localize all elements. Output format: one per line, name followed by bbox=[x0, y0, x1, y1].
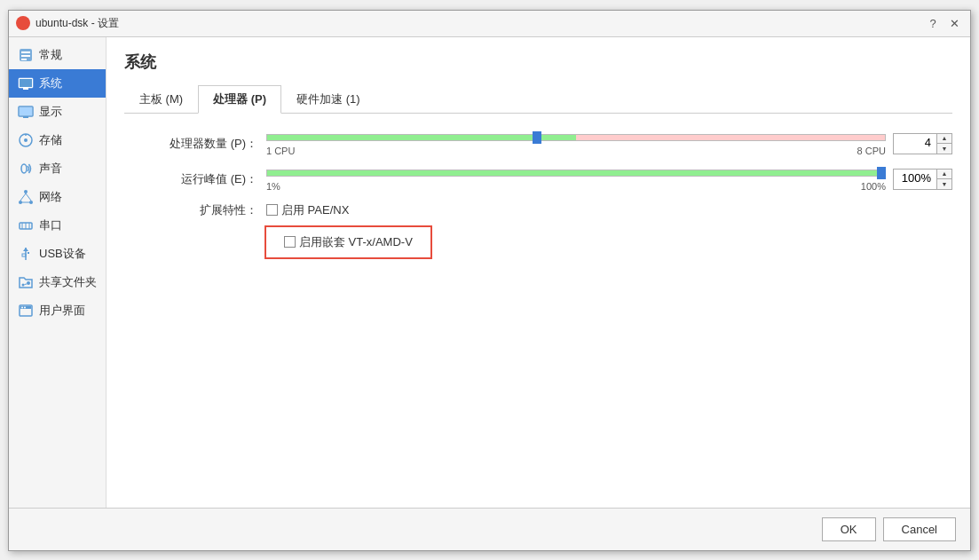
processor-count-max-label: 8 CPU bbox=[857, 146, 886, 156]
sidebar-item-usb[interactable]: USB设备 bbox=[9, 240, 106, 268]
svg-line-31 bbox=[25, 284, 28, 285]
network-icon bbox=[18, 189, 34, 205]
svg-rect-1 bbox=[21, 51, 30, 53]
title-bar: ubuntu-dsk - 设置 ? ✕ bbox=[9, 11, 970, 37]
main-window: ubuntu-dsk - 设置 ? ✕ 常规 bbox=[8, 10, 971, 551]
sidebar-label-serial: 串口 bbox=[39, 217, 62, 233]
processor-count-up[interactable]: ▲ bbox=[937, 134, 951, 144]
sidebar-item-system[interactable]: 系统 bbox=[9, 69, 106, 98]
exec-cap-max-label: 100% bbox=[861, 181, 886, 192]
svg-point-35 bbox=[24, 306, 26, 308]
nested-vtx-checkbox-box bbox=[284, 236, 296, 248]
svg-rect-9 bbox=[23, 116, 28, 118]
sidebar-label-audio: 声音 bbox=[39, 161, 62, 177]
sidebar-label-system: 系统 bbox=[39, 75, 62, 91]
svg-rect-6 bbox=[23, 88, 28, 90]
svg-point-30 bbox=[22, 283, 25, 286]
tab-processor[interactable]: 处理器 (P) bbox=[198, 85, 281, 114]
window-title: ubuntu-dsk - 设置 bbox=[36, 16, 119, 31]
sidebar: 常规 系统 显示 bbox=[9, 37, 107, 508]
tab-acceleration[interactable]: 硬件加速 (1) bbox=[281, 85, 375, 114]
display-icon bbox=[18, 104, 34, 120]
footer: OK Cancel bbox=[9, 508, 970, 550]
pae-nx-label: 启用 PAE/NX bbox=[281, 202, 349, 218]
svg-line-18 bbox=[20, 193, 26, 201]
sidebar-label-general: 常规 bbox=[39, 47, 62, 63]
exec-cap-value: 100% bbox=[894, 170, 936, 189]
usb-icon bbox=[18, 246, 34, 262]
app-icon bbox=[16, 16, 30, 30]
storage-icon bbox=[18, 132, 34, 148]
svg-point-34 bbox=[21, 306, 23, 308]
svg-rect-5 bbox=[20, 79, 32, 87]
svg-rect-2 bbox=[21, 55, 30, 57]
ui-icon bbox=[18, 303, 34, 319]
svg-rect-8 bbox=[20, 107, 32, 115]
pae-nx-checkbox-box bbox=[266, 204, 278, 216]
extended-label: 扩展特性： bbox=[124, 202, 266, 218]
tab-motherboard[interactable]: 主板 (M) bbox=[124, 85, 198, 114]
sidebar-item-general[interactable]: 常规 bbox=[9, 41, 106, 69]
processor-count-slider-labels: 1 CPU 8 CPU bbox=[266, 146, 886, 156]
sidebar-item-shared[interactable]: 共享文件夹 bbox=[9, 268, 106, 296]
processor-count-slider-container: 1 CPU 8 CPU bbox=[266, 131, 886, 156]
shared-icon bbox=[18, 274, 34, 290]
sidebar-label-usb: USB设备 bbox=[39, 246, 86, 262]
section-title: 系统 bbox=[124, 51, 952, 73]
exec-cap-slider-bg bbox=[266, 170, 886, 177]
sidebar-item-serial[interactable]: 串口 bbox=[9, 211, 106, 240]
exec-cap-slider-labels: 1% 100% bbox=[266, 181, 886, 192]
general-icon bbox=[18, 47, 34, 63]
cancel-button[interactable]: Cancel bbox=[883, 517, 956, 541]
sidebar-item-display[interactable]: 显示 bbox=[9, 98, 106, 126]
sidebar-label-storage: 存储 bbox=[39, 132, 62, 148]
exec-cap-label: 运行峰值 (E)： bbox=[124, 171, 266, 187]
system-icon bbox=[18, 75, 34, 91]
extended-row: 扩展特性： 启用 PAE/NX bbox=[124, 202, 952, 218]
serial-icon bbox=[18, 217, 34, 233]
processor-count-slider-bg bbox=[266, 134, 886, 141]
title-bar-controls: ? ✕ bbox=[924, 14, 963, 32]
svg-point-15 bbox=[24, 190, 28, 193]
nested-vtx-wrapper: 启用嵌套 VT-x/AMD-V bbox=[264, 225, 432, 259]
content-area: 系统 主板 (M) 处理器 (P) 硬件加速 (1) 处理器数量 (P)： 1 … bbox=[107, 37, 970, 508]
sidebar-item-storage[interactable]: 存储 bbox=[9, 126, 106, 154]
exec-cap-up[interactable]: ▲ bbox=[937, 170, 951, 179]
svg-line-19 bbox=[26, 193, 31, 201]
exec-cap-arrows: ▲ ▼ bbox=[936, 170, 951, 189]
svg-point-29 bbox=[27, 281, 30, 285]
processor-count-down[interactable]: ▼ bbox=[937, 144, 951, 154]
exec-cap-spinbox[interactable]: 100% ▲ ▼ bbox=[893, 169, 952, 190]
processor-count-min-label: 1 CPU bbox=[266, 146, 295, 156]
sidebar-label-display: 显示 bbox=[39, 104, 62, 120]
close-button[interactable]: ✕ bbox=[945, 14, 963, 32]
nested-vtx-container: 启用嵌套 VT-x/AMD-V bbox=[264, 225, 952, 259]
sidebar-item-network[interactable]: 网络 bbox=[9, 183, 106, 211]
ok-button[interactable]: OK bbox=[822, 517, 876, 541]
svg-rect-28 bbox=[28, 252, 29, 254]
sidebar-item-ui[interactable]: 用户界面 bbox=[9, 296, 106, 325]
exec-cap-down[interactable]: ▼ bbox=[937, 179, 951, 189]
processor-count-value: 4 bbox=[894, 134, 936, 154]
svg-rect-3 bbox=[21, 59, 27, 60]
exec-cap-slider-track[interactable] bbox=[266, 167, 886, 179]
exec-cap-slider-container: 1% 100% bbox=[266, 167, 886, 192]
nested-vtx-label: 启用嵌套 VT-x/AMD-V bbox=[299, 234, 413, 250]
svg-marker-26 bbox=[23, 248, 28, 251]
exec-cap-min-label: 1% bbox=[266, 181, 280, 192]
pae-nx-checkbox[interactable]: 启用 PAE/NX bbox=[266, 202, 349, 218]
help-button[interactable]: ? bbox=[924, 14, 942, 32]
sidebar-label-ui: 用户界面 bbox=[39, 303, 85, 319]
processor-count-label: 处理器数量 (P)： bbox=[124, 136, 266, 152]
processor-count-arrows: ▲ ▼ bbox=[936, 134, 951, 154]
svg-point-13 bbox=[21, 164, 27, 173]
sidebar-label-network: 网络 bbox=[39, 189, 62, 205]
processor-count-row: 处理器数量 (P)： 1 CPU 8 CPU 4 ▲ ▼ bbox=[124, 131, 952, 156]
processor-count-slider-track[interactable] bbox=[266, 131, 886, 144]
processor-count-spinbox[interactable]: 4 ▲ ▼ bbox=[893, 133, 952, 154]
svg-point-11 bbox=[24, 138, 28, 142]
exec-cap-thumb[interactable] bbox=[877, 167, 886, 179]
audio-icon bbox=[18, 161, 34, 177]
sidebar-item-audio[interactable]: 声音 bbox=[9, 154, 106, 183]
processor-count-thumb[interactable] bbox=[533, 131, 541, 144]
